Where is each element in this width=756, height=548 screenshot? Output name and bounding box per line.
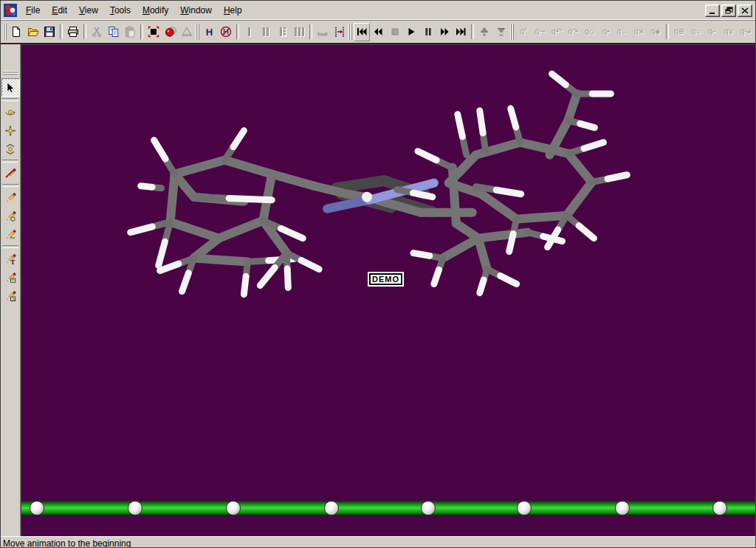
window-controls bbox=[705, 4, 752, 17]
molecule-stick bbox=[458, 114, 463, 137]
atom-label-tool-button[interactable] bbox=[1, 268, 20, 287]
sidebar-separator bbox=[2, 98, 18, 101]
restore-button[interactable] bbox=[721, 4, 736, 17]
cut-button bbox=[89, 23, 105, 41]
molecule-stick bbox=[160, 264, 179, 270]
main-area: T DEMO bbox=[1, 44, 755, 536]
timeline-frame-marker-7[interactable] bbox=[615, 501, 630, 516]
geom-tool-6-button: q• bbox=[598, 23, 614, 41]
status-text: Move animation to the beginning bbox=[3, 538, 131, 548]
geom-tool-4-button: q↷ bbox=[565, 23, 581, 41]
menu-help[interactable]: Help bbox=[218, 3, 248, 18]
add-hydrogens-button[interactable]: H bbox=[201, 23, 217, 41]
molecule-stick bbox=[413, 253, 430, 256]
molecule-stick bbox=[580, 123, 595, 127]
timeline-frame-marker-3[interactable] bbox=[226, 501, 241, 516]
align-structures-button[interactable] bbox=[331, 23, 347, 41]
rotate-tool-button[interactable] bbox=[1, 103, 20, 121]
new-file-button[interactable] bbox=[8, 23, 24, 41]
menu-edit[interactable]: Edit bbox=[46, 3, 73, 18]
animation-step-back-button[interactable] bbox=[370, 23, 386, 41]
molecule-stick bbox=[481, 194, 517, 219]
toolbar-handle[interactable] bbox=[510, 24, 515, 40]
molecule-app-icon[interactable] bbox=[4, 4, 17, 17]
select-tool-button[interactable] bbox=[1, 78, 20, 97]
translate-tool-button[interactable] bbox=[1, 121, 20, 140]
geom-tool-7-button: q← bbox=[614, 23, 630, 41]
molecule-stick bbox=[219, 221, 263, 239]
toolbar-separator bbox=[236, 24, 239, 39]
frame-add-button[interactable] bbox=[476, 23, 492, 41]
svg-text:T: T bbox=[11, 258, 16, 265]
frame-remove-button[interactable] bbox=[493, 23, 509, 41]
molecule-stick bbox=[568, 154, 592, 182]
tool-sidebar: T bbox=[1, 44, 21, 536]
print-button[interactable] bbox=[65, 23, 81, 41]
molecule-stick bbox=[517, 216, 567, 219]
draw-chain-tool-button[interactable] bbox=[1, 225, 20, 244]
menu-window[interactable]: Window bbox=[174, 3, 218, 18]
fit-selection-button[interactable] bbox=[145, 23, 162, 41]
animation-timeline[interactable] bbox=[21, 501, 755, 516]
molecule-stick bbox=[579, 226, 594, 239]
animation-pause-button[interactable] bbox=[419, 23, 436, 41]
toolbar-separator bbox=[140, 24, 143, 39]
molecule-stick bbox=[175, 160, 225, 174]
molecule-viewport[interactable]: DEMO bbox=[21, 44, 755, 536]
menu-tools[interactable]: Tools bbox=[104, 3, 137, 18]
single-bond-button bbox=[241, 23, 258, 41]
copy-button[interactable] bbox=[106, 23, 122, 41]
draw-ring-tool-button[interactable] bbox=[1, 207, 20, 225]
no-draw-tool-button[interactable] bbox=[1, 164, 20, 182]
application-window: FileEditViewToolsModifyWindowHelp HHq°q⊸… bbox=[0, 0, 756, 548]
surface-button bbox=[315, 23, 331, 41]
open-file-button[interactable] bbox=[25, 23, 41, 41]
molecule-stick bbox=[568, 94, 577, 120]
minimize-button[interactable] bbox=[705, 4, 720, 17]
animation-to-start-button[interactable] bbox=[354, 23, 370, 41]
timeline-frame-marker-4[interactable] bbox=[324, 501, 339, 516]
menu-file[interactable]: File bbox=[20, 3, 46, 18]
geom-tool-14-button: q↝ bbox=[738, 23, 754, 41]
toolbar-handle[interactable] bbox=[348, 24, 353, 40]
geom-tool-12-button: q⌐ bbox=[704, 23, 721, 41]
scale-tool-button[interactable] bbox=[1, 140, 20, 158]
save-file-button[interactable] bbox=[41, 23, 58, 41]
draw-tool-button[interactable] bbox=[1, 188, 20, 207]
toolbar-handle[interactable] bbox=[196, 24, 200, 40]
molecule-stick bbox=[287, 269, 288, 288]
molecule-stick bbox=[131, 227, 153, 233]
molecule-stick bbox=[229, 198, 272, 199]
remove-hydrogens-button[interactable]: H bbox=[218, 23, 234, 41]
menu-view[interactable]: View bbox=[73, 3, 104, 18]
molecule-3d-model[interactable] bbox=[21, 45, 755, 536]
toolbar-separator bbox=[83, 24, 86, 39]
display-spheres-button[interactable] bbox=[162, 23, 178, 41]
animation-play-button[interactable] bbox=[403, 23, 419, 41]
measure-button bbox=[179, 23, 195, 41]
sidebar-separator bbox=[2, 245, 18, 248]
timeline-frame-marker-8[interactable] bbox=[712, 501, 727, 516]
animation-step-forward-button[interactable] bbox=[436, 23, 453, 41]
animation-to-end-button[interactable] bbox=[453, 23, 469, 41]
sidebar-handle[interactable] bbox=[3, 71, 18, 76]
text-label-tool-button[interactable]: T bbox=[1, 250, 20, 268]
toolbar-separator bbox=[471, 24, 474, 39]
timeline-frame-marker-5[interactable] bbox=[421, 501, 436, 516]
molecule-stick bbox=[480, 111, 483, 133]
geom-tool-11-button: q○ bbox=[687, 23, 704, 41]
molecule-stick bbox=[272, 174, 314, 186]
toolbar-handle[interactable] bbox=[3, 24, 7, 40]
close-button[interactable] bbox=[738, 4, 752, 17]
timeline-frame-marker-2[interactable] bbox=[128, 501, 142, 516]
timeline-frame-marker-6[interactable] bbox=[517, 501, 532, 516]
timeline-frame-marker-1[interactable] bbox=[30, 501, 44, 516]
molecule-stick bbox=[281, 228, 303, 238]
molecule-stick bbox=[480, 280, 484, 293]
molecule-stick bbox=[567, 182, 592, 216]
menu-modify[interactable]: Modify bbox=[137, 3, 174, 18]
toolbar-separator bbox=[60, 24, 63, 39]
properties-label-tool-button[interactable] bbox=[1, 287, 20, 305]
molecule-stick bbox=[418, 151, 436, 160]
partial-bond-button bbox=[275, 23, 291, 41]
